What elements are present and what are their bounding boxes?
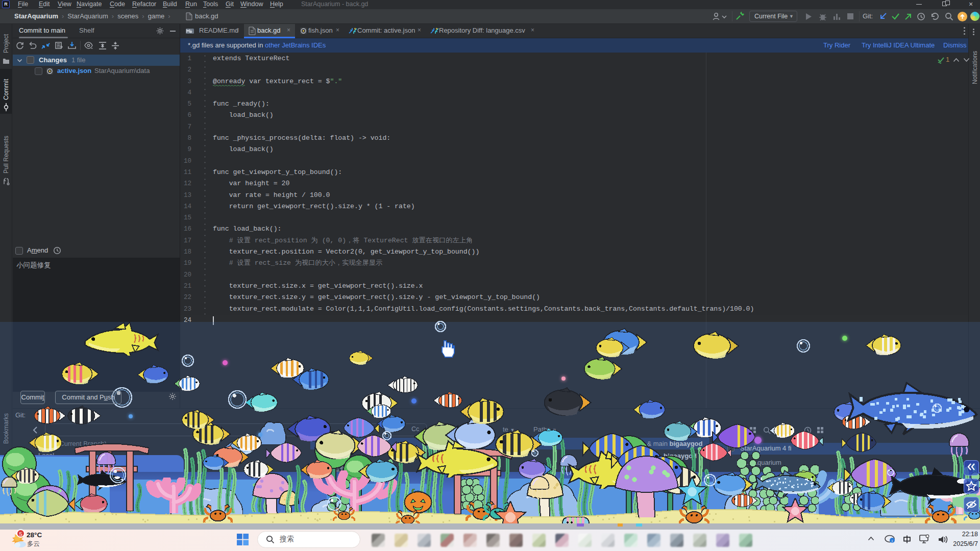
svg-text:i: i	[892, 539, 893, 543]
